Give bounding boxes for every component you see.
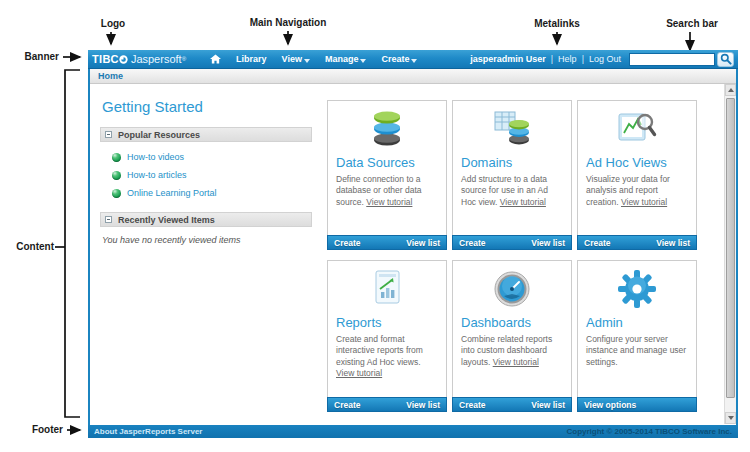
view-list-button[interactable]: View list — [406, 238, 440, 248]
section-title: Popular Resources — [118, 130, 200, 140]
breadcrumb[interactable]: Home — [98, 71, 123, 81]
breadcrumb-bar: Home — [90, 69, 736, 84]
card-description-text: Create and format interactive reports fr… — [336, 334, 423, 367]
link-online-learning-portal[interactable]: Online Learning Portal — [112, 188, 312, 198]
card-description: Combine related reports into custom dash… — [453, 332, 571, 370]
search-input[interactable] — [629, 53, 715, 66]
section-popular-resources[interactable]: Popular Resources — [100, 127, 312, 142]
view-tutorial-link[interactable]: View tutorial — [366, 197, 412, 207]
vertical-scrollbar[interactable] — [724, 84, 736, 424]
card-action-bar: Create View list — [577, 235, 697, 250]
collapse-icon[interactable] — [105, 131, 112, 138]
globe-bullet-icon — [112, 189, 121, 198]
section-title: Recently Viewed Items — [118, 215, 215, 225]
tibco-jaspersoft-logo: TIBC Jaspersoft ® — [92, 53, 186, 65]
chevron-down-icon — [360, 59, 366, 63]
banner: TIBC Jaspersoft ® Library View — [88, 50, 738, 69]
card-domains: Domains Add structure to a data source f… — [452, 100, 572, 250]
help-link[interactable]: Help — [558, 54, 577, 64]
view-list-button[interactable]: View list — [531, 400, 565, 410]
card-title: Ad Hoc Views — [578, 151, 696, 172]
card-action-bar: Create View list — [452, 397, 572, 412]
scroll-up-button[interactable] — [725, 84, 736, 96]
scrollbar-thumb[interactable] — [726, 98, 735, 398]
separator: | — [551, 54, 553, 64]
callout-content: Content — [8, 241, 54, 252]
home-icon — [210, 54, 221, 64]
create-button[interactable]: Create — [334, 238, 360, 248]
section-recently-viewed[interactable]: Recently Viewed Items — [100, 212, 312, 227]
card-description-text: Configure your server instance and manag… — [586, 334, 686, 367]
callout-main-navigation: Main Navigation — [238, 17, 338, 28]
card-description: Define connection to a database or other… — [328, 172, 446, 210]
create-button[interactable]: Create — [459, 400, 485, 410]
card-title: Domains — [453, 151, 571, 172]
getting-started-panel: Getting Started Popular Resources How-to… — [100, 94, 312, 245]
trademark: ® — [182, 56, 186, 62]
jasperserver-window: TIBC Jaspersoft ® Library View — [88, 50, 738, 438]
nav-manage[interactable]: Manage — [325, 54, 367, 64]
admin-gear-icon — [578, 261, 696, 311]
card-reports: Reports Create and format interactive re… — [327, 260, 447, 412]
card-description: Visualize your data for analysis and rep… — [578, 172, 696, 210]
search-button[interactable] — [717, 52, 734, 67]
link-label: How-to videos — [127, 152, 184, 162]
popular-resources-links: How-to videos How-to articles Online Lea… — [112, 152, 312, 198]
adhoc-views-icon — [578, 101, 696, 151]
nav-create[interactable]: Create — [381, 54, 417, 64]
chevron-down-icon — [304, 59, 310, 63]
view-list-button[interactable]: View list — [531, 238, 565, 248]
dashboards-icon — [453, 261, 571, 311]
content-frame: Home Getting Started Popular Resources H… — [88, 69, 738, 425]
callout-metalinks: Metalinks — [515, 18, 599, 29]
view-tutorial-link[interactable]: View tutorial — [493, 357, 539, 367]
view-tutorial-link[interactable]: View tutorial — [621, 197, 667, 207]
collapse-icon[interactable] — [105, 216, 112, 223]
card-data-sources: Data Sources Define connection to a data… — [327, 100, 447, 250]
view-tutorial-link[interactable]: View tutorial — [500, 197, 546, 207]
link-how-to-videos[interactable]: How-to videos — [112, 152, 312, 162]
logout-link[interactable]: Log Out — [589, 54, 621, 64]
card-title: Dashboards — [453, 311, 571, 332]
globe-bullet-icon — [112, 171, 121, 180]
view-list-button[interactable]: View list — [406, 400, 440, 410]
callout-logo: Logo — [92, 18, 134, 29]
domains-icon — [453, 101, 571, 151]
create-button[interactable]: Create — [584, 238, 610, 248]
view-options-button[interactable]: View options — [584, 400, 636, 410]
link-how-to-articles[interactable]: How-to articles — [112, 170, 312, 180]
nav-view[interactable]: View — [282, 54, 310, 64]
footer: About JasperReports Server Copyright © 2… — [88, 425, 738, 438]
create-button[interactable]: Create — [459, 238, 485, 248]
card-description: Create and format interactive reports fr… — [328, 332, 446, 382]
logged-in-user: jasperadmin User — [470, 54, 546, 64]
link-label: How-to articles — [127, 170, 187, 180]
recently-viewed-empty-note: You have no recently viewed items — [102, 235, 312, 245]
nav-library[interactable]: Library — [236, 54, 267, 64]
callout-search-bar: Search bar — [650, 18, 734, 29]
globe-bullet-icon — [112, 153, 121, 162]
link-label: Online Learning Portal — [127, 188, 217, 198]
nav-home[interactable] — [210, 54, 221, 64]
triangle-up-icon — [728, 88, 734, 92]
card-admin: Admin Configure your server instance and… — [577, 260, 697, 412]
card-title: Data Sources — [328, 151, 446, 172]
jaspersoft-wordmark: Jaspersoft — [131, 53, 182, 65]
card-description: Configure your server instance and manag… — [578, 332, 696, 370]
view-tutorial-link[interactable]: View tutorial — [336, 368, 382, 378]
callout-footer: Footer — [12, 424, 63, 435]
card-title: Admin — [578, 311, 696, 332]
separator: | — [582, 54, 584, 64]
scroll-down-button[interactable] — [725, 412, 736, 424]
callout-banner: Banner — [8, 51, 59, 62]
triangle-down-icon — [728, 416, 734, 420]
documentation-figure: Logo Main Navigation Metalinks Search ba… — [0, 0, 750, 452]
card-action-bar: Create View list — [327, 235, 447, 250]
card-action-bar: Create View list — [327, 397, 447, 412]
create-button[interactable]: Create — [334, 400, 360, 410]
reports-icon — [328, 261, 446, 311]
content-bracket — [65, 70, 80, 417]
tibco-o-swirl-icon — [119, 55, 128, 64]
about-link[interactable]: About JasperReports Server — [94, 427, 202, 436]
view-list-button[interactable]: View list — [656, 238, 690, 248]
